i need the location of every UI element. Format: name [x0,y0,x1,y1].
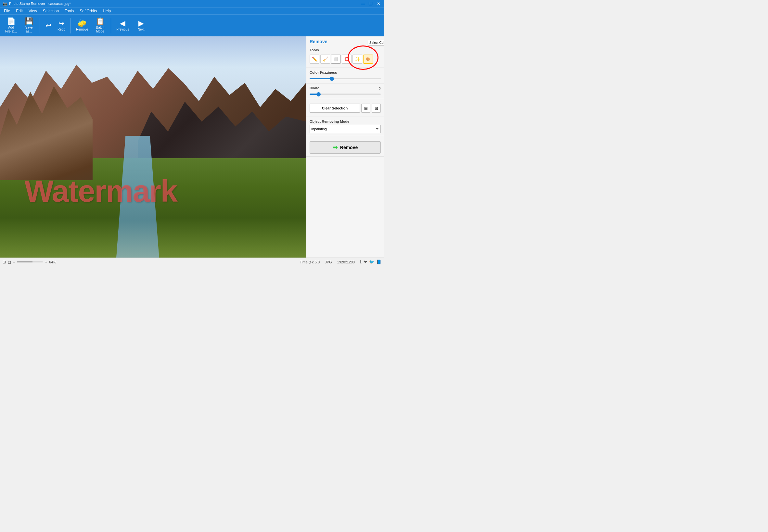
fuzziness-slider[interactable] [310,78,381,79]
close-btn[interactable]: ✕ [376,1,381,6]
save-as-label: Saveas... [25,26,33,33]
invert-selection-btn[interactable]: ⊟ [372,104,381,113]
previous-label: Previous [116,28,129,31]
redo-icon: ↪ [58,20,64,27]
remove-label: Remove [76,28,88,31]
dilate-section: Dilate 2 [306,83,384,99]
remove-icon: 🧽 [78,20,86,27]
social-icon-3[interactable]: 📘 [376,260,381,264]
status-bar: ⊡ ◻ − + 64% Time (s): 5.0 JPG 1920x1280 … [0,258,384,266]
next-label: Next [138,28,145,31]
minimize-btn[interactable]: — [360,1,366,6]
tools-section: Tools ✏️ 🧹 ⬜ ⭕ ✨ 🎨 Select Color [306,45,384,68]
menu-selection[interactable]: Selection [40,8,61,14]
social-icon-2[interactable]: 🐦 [369,260,374,264]
status-left: ⊡ ◻ − + 64% [3,260,56,264]
previous-icon: ◀ [120,20,125,27]
crop-icon: ⊡ [3,260,6,264]
maximize-btn[interactable]: ❐ [368,1,374,6]
toolbar: 📄 AddFile(s)... 💾 Saveas... ↩ ↪ Redo 🧽 R… [0,14,384,36]
select-color-btn[interactable]: 🎨 [363,55,373,64]
undo-icon: ↩ [45,22,51,29]
add-files-icon: 📄 [7,18,16,25]
app-icon: 📷 [3,2,7,6]
select-all-btn[interactable]: ⊞ [361,104,370,113]
clear-selection-button[interactable]: Clear Selection [310,104,360,113]
save-as-button[interactable]: 💾 Saveas... [21,16,37,35]
window-controls[interactable]: — ❐ ✕ [360,1,381,6]
separator-1 [40,18,40,33]
menu-tools[interactable]: Tools [62,8,76,14]
main-content: Watermark Remove Tools ✏️ 🧹 ⬜ ⭕ ✨ 🎨 Sele… [0,36,384,258]
image-canvas: Watermark [0,36,306,258]
clear-selection-row: Clear Selection ⊞ ⊟ [310,104,381,113]
dilate-slider[interactable] [310,94,381,95]
resolution-display: 1920x1280 [337,260,355,264]
brush-tool-btn[interactable]: ✏️ [310,55,319,64]
zoom-slider[interactable] [17,261,43,262]
dilate-label: Dilate [310,86,319,90]
remove-button-section: ➡ Remove [306,136,384,157]
format-display: JPG [325,260,332,264]
dilate-value: 2 [379,87,381,91]
status-right: Time (s): 5.0 JPG 1920x1280 ℹ ❤ 🐦 📘 [300,260,381,264]
tools-row: ✏️ 🧹 ⬜ ⭕ ✨ 🎨 Select Color [310,53,381,65]
social-icon-1[interactable]: ❤ [364,260,367,264]
menu-bar: File Edit View Selection Tools SoftOrbit… [0,7,384,14]
next-button[interactable]: ▶ Next [133,16,149,35]
remove-tool-button[interactable]: 🧽 Remove [73,16,91,35]
object-removing-section: Object Removing Mode Inpainting Smart Fi… [306,117,384,136]
fuzziness-label: Color Fuzziness [310,70,381,74]
clear-selection-section: Clear Selection ⊞ ⊟ [306,99,384,117]
select-color-wrapper: 🎨 Select Color [363,55,373,64]
undo-button[interactable]: ↩ [43,16,54,35]
menu-file[interactable]: File [1,8,13,14]
redo-button[interactable]: ↪ Redo [55,16,68,35]
selection-icon: ◻ [8,260,11,264]
menu-help[interactable]: Help [100,8,114,14]
remove-btn-label: Remove [340,145,358,150]
remove-button[interactable]: ➡ Remove [310,141,381,154]
undo-redo-group: ↩ ↪ Redo [43,16,68,35]
menu-edit[interactable]: Edit [13,8,25,14]
fuzziness-section: Color Fuzziness [306,68,384,83]
window-title: Photo Stamp Remover - caucasus.jpg* [9,2,71,6]
next-icon: ▶ [138,20,144,27]
canvas-area[interactable]: Watermark [0,36,306,258]
select-color-label: Select Color [368,40,384,45]
time-display: Time (s): 5.0 [300,260,320,264]
save-as-icon: 💾 [25,18,33,25]
rect-select-btn[interactable]: ⬜ [331,55,341,64]
lasso-btn[interactable]: ⭕ [342,55,352,64]
status-social-icons: ℹ ❤ 🐦 📘 [360,260,381,264]
menu-softorbits[interactable]: SoftOrbits [77,8,99,14]
object-removing-mode-label: Object Removing Mode [310,120,381,123]
eraser-tool-btn[interactable]: 🧹 [320,55,330,64]
info-icon[interactable]: ℹ [360,260,362,264]
zoom-minus-btn[interactable]: − [13,260,15,264]
removing-mode-dropdown[interactable]: Inpainting Smart Fill Blur [310,125,381,133]
add-files-label: AddFile(s)... [5,26,17,33]
zoom-level: 64% [49,260,56,264]
right-panel: Remove Tools ✏️ 🧹 ⬜ ⭕ ✨ 🎨 Select Color C… [306,36,384,258]
redo-label: Redo [58,28,65,31]
batch-mode-button[interactable]: 📋 BatchMode [92,16,108,35]
magic-wand-btn[interactable]: ✨ [352,55,362,64]
zoom-plus-btn[interactable]: + [45,260,47,264]
batch-mode-label: BatchMode [96,26,104,33]
separator-2 [70,18,71,33]
add-files-button[interactable]: 📄 AddFile(s)... [3,16,19,35]
batch-mode-icon: 📋 [96,18,105,25]
previous-button[interactable]: ◀ Previous [114,16,132,35]
remove-arrow-icon: ➡ [333,144,338,151]
separator-3 [111,18,111,33]
title-bar: 📷 Photo Stamp Remover - caucasus.jpg* — … [0,0,384,7]
menu-view[interactable]: View [26,8,40,14]
tools-label: Tools [310,48,381,52]
